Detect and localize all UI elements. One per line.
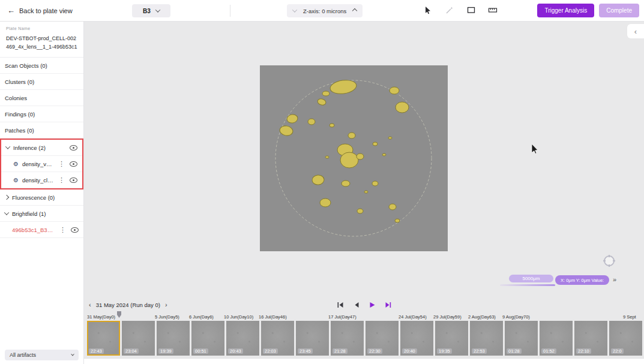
eye-icon[interactable] bbox=[70, 178, 77, 183]
timeline-date-label: 16 Jul(Day46) bbox=[259, 314, 287, 320]
first-frame-button[interactable] bbox=[337, 302, 344, 308]
play-button[interactable] bbox=[369, 302, 375, 308]
artifacts-filter-select[interactable]: All artifacts bbox=[5, 350, 79, 360]
plate-name: DEV-STBOT-prod_CELL-002469_4x_lens__1_1-… bbox=[6, 35, 77, 51]
timeline-date-label: 29 Jul(Day59) bbox=[433, 314, 462, 320]
sidebar-item-label: Clusters (0) bbox=[5, 79, 79, 85]
z-axis-increase-icon[interactable] bbox=[352, 8, 357, 13]
kebab-menu-icon[interactable]: ⋮ bbox=[58, 226, 67, 234]
timeline-date-label: 6 Jun(Day6) bbox=[189, 314, 214, 320]
z-axis-decrease-icon[interactable] bbox=[292, 7, 297, 12]
colony-blob bbox=[320, 198, 331, 207]
chevron-down-icon bbox=[4, 210, 9, 215]
timeline-frame[interactable]: 22:43 bbox=[87, 321, 120, 356]
viewer-canvas[interactable]: ‹ 5000μm X: 0μm Y: 0μm Value: » bbox=[84, 22, 644, 298]
frame-timestamp: 22:53 bbox=[472, 348, 487, 354]
sidebar-item-brightfield[interactable]: Brightfield (1) bbox=[0, 206, 83, 222]
sidebar-item-patches[interactable]: Patches (0) bbox=[0, 122, 83, 139]
timeline-frame[interactable]: 23:45 bbox=[296, 321, 329, 356]
next-day-button[interactable]: › bbox=[165, 301, 167, 308]
last-frame-button[interactable] bbox=[385, 302, 392, 308]
app-window: ← Back to plate view B3 Z-axis: 0 micron… bbox=[0, 0, 644, 364]
plate-name-block: Plate Name DEV-STBOT-prod_CELL-002469_4x… bbox=[0, 22, 83, 58]
timeline-frame[interactable]: 19:39 bbox=[157, 321, 190, 356]
colony-blob bbox=[357, 209, 363, 213]
crosshair-target-icon[interactable] bbox=[603, 254, 616, 267]
eye-icon[interactable] bbox=[70, 145, 77, 151]
frame-timestamp: 23:04 bbox=[124, 348, 139, 354]
colony-blob bbox=[382, 154, 386, 156]
timeline-frame[interactable]: 20:43 bbox=[226, 321, 259, 356]
wand-tool-icon[interactable] bbox=[443, 4, 456, 17]
sidebar: Plate Name DEV-STBOT-prod_CELL-002469_4x… bbox=[0, 22, 84, 364]
sidebar-item-inference[interactable]: Inference (2) bbox=[1, 140, 82, 156]
scale-bar bbox=[500, 284, 555, 286]
sidebar-item-label: density_val... bbox=[22, 161, 53, 167]
pointer-tool-icon[interactable] bbox=[421, 4, 435, 17]
sidebar-item-findings[interactable]: Findings (0) bbox=[0, 106, 83, 122]
sidebar-item-clusters[interactable]: Clusters (0) bbox=[0, 74, 83, 90]
colony-blob bbox=[348, 133, 355, 139]
ruler-tool-icon[interactable] bbox=[486, 4, 499, 17]
timeline-dates: 31 May(Day0)5 Jun(Day5)6 Jun(Day6)10 Jun… bbox=[87, 311, 644, 321]
back-to-plate-view-button[interactable]: ← Back to plate view bbox=[7, 0, 73, 21]
timeline-date-label: 9 Aug(Day70) bbox=[502, 314, 530, 320]
prev-frame-button[interactable] bbox=[354, 302, 360, 308]
frame-timestamp: 20:40 bbox=[402, 348, 417, 354]
well-selector-value: B3 bbox=[143, 8, 151, 14]
timeline-date-label: 9 Sept bbox=[623, 314, 636, 320]
expand-readout-button[interactable]: » bbox=[613, 276, 616, 283]
sidebar-item-colonies[interactable]: Colonies bbox=[0, 90, 83, 106]
timeline-frame[interactable]: 22:30 bbox=[366, 321, 399, 356]
timeline-frame[interactable]: 01:28 bbox=[505, 321, 538, 356]
sidebar-item-scan-objects[interactable]: Scan Objects (0) bbox=[0, 58, 83, 74]
colony-blob bbox=[373, 142, 378, 146]
timeline-date-label: 24 Jul(Day54) bbox=[399, 314, 427, 320]
timeline-frame[interactable]: 22:10 bbox=[574, 321, 607, 356]
sidebar-item-density-cla[interactable]: ⚙ density_cla... ⋮ bbox=[1, 172, 82, 188]
sidebar-item-fluorescence[interactable]: Fluorescence (0) bbox=[0, 189, 83, 206]
kebab-menu-icon[interactable]: ⋮ bbox=[57, 160, 66, 168]
sidebar-item-label: Inference (2) bbox=[13, 145, 66, 151]
frame-timestamp: 22:0 bbox=[611, 348, 624, 354]
timeline-frame[interactable]: 20:40 bbox=[400, 321, 433, 356]
well-selector-dropdown[interactable]: B3 bbox=[132, 4, 170, 17]
sidebar-item-density-val[interactable]: ⚙ density_val... ⋮ bbox=[1, 156, 82, 172]
topbar-actions: Trigger Analysis Complete bbox=[537, 4, 639, 17]
timeline-frame[interactable]: 22:53 bbox=[470, 321, 503, 356]
sidebar-item-label: Scan Objects (0) bbox=[5, 62, 79, 69]
timeline-frame[interactable]: 00:51 bbox=[191, 321, 224, 356]
timeline-frame[interactable]: 19:35 bbox=[435, 321, 468, 356]
timeline-frame[interactable]: 23:04 bbox=[122, 321, 155, 356]
frame-timestamp: 20:43 bbox=[228, 348, 243, 354]
prev-day-button[interactable]: ‹ bbox=[89, 301, 91, 308]
collapse-right-panel-button[interactable]: ‹ bbox=[627, 24, 644, 38]
rectangle-select-tool-icon[interactable] bbox=[465, 4, 478, 17]
sidebar-item-label: density_cla... bbox=[22, 177, 53, 183]
sidebar-item-brightfield-artifact[interactable]: 496b53c1_B3_2... ⋮ bbox=[0, 222, 83, 238]
eye-icon[interactable] bbox=[71, 227, 79, 233]
well-image[interactable] bbox=[260, 65, 448, 251]
back-label: Back to plate view bbox=[19, 7, 73, 14]
tool-group bbox=[421, 4, 499, 17]
scale-bar-label: 5000μm bbox=[509, 275, 553, 282]
timeline-frame[interactable]: 21:28 bbox=[331, 321, 364, 356]
timeline-frame[interactable]: 22:03 bbox=[261, 321, 294, 356]
complete-button[interactable]: Complete bbox=[599, 4, 639, 17]
timeline-date-label: 2 Aug(Day63) bbox=[468, 314, 496, 320]
timeline-scrubber-handle[interactable] bbox=[117, 311, 121, 318]
frame-timestamp: 01:28 bbox=[507, 348, 522, 354]
timeline-frame[interactable]: 01:52 bbox=[540, 321, 573, 356]
colony-blob bbox=[372, 181, 378, 186]
z-axis-label: Z-axis: 0 microns bbox=[303, 8, 346, 14]
eye-icon[interactable] bbox=[70, 161, 77, 167]
sidebar-item-label: Findings (0) bbox=[5, 111, 79, 118]
kebab-menu-icon[interactable]: ⋮ bbox=[57, 176, 66, 184]
frame-timestamp: 00:51 bbox=[193, 348, 208, 354]
trigger-analysis-button[interactable]: Trigger Analysis bbox=[537, 4, 594, 17]
sidebar-item-label: Patches (0) bbox=[5, 127, 79, 134]
timeline-frame[interactable]: 22:0 bbox=[609, 321, 642, 356]
colony-blob bbox=[396, 102, 409, 113]
colony-blob bbox=[322, 91, 330, 96]
colony-blob bbox=[390, 87, 399, 94]
